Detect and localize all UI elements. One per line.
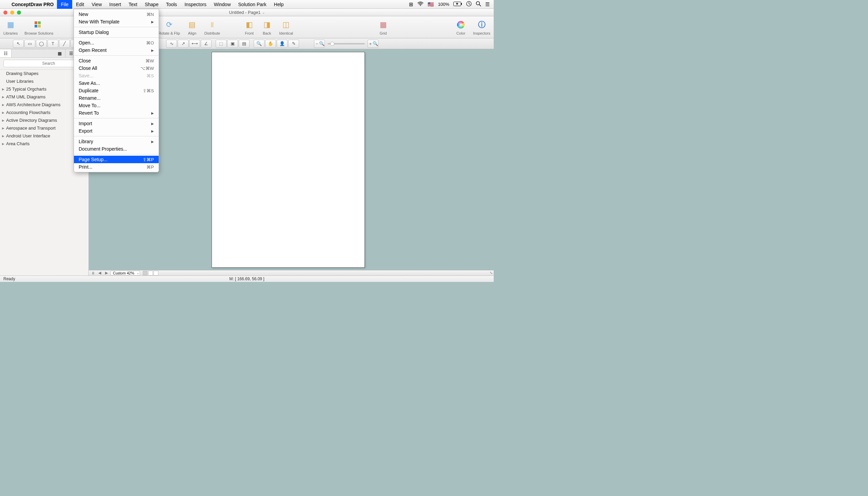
browse-solutions-button[interactable]: Browse Solutions [21,19,57,35]
page-tab-1[interactable] [143,271,147,276]
page-tab-3[interactable] [154,271,158,276]
eyedropper-tool[interactable]: ✎ [288,40,299,48]
zoom-window-button[interactable] [17,11,21,15]
file-menu-item[interactable]: Close⌘W [74,57,159,64]
resize-handle[interactable]: ⤡ [488,271,494,276]
inspectors-button[interactable]: ⓘ Inspectors [470,19,494,35]
dimension-tool[interactable]: ⟷ [189,40,200,48]
distribute-button[interactable]: ⫴ Distribute [201,19,223,35]
minimize-window-button[interactable] [10,11,14,15]
node-tool-1[interactable]: ⬚ [216,40,226,48]
app-menu[interactable]: ConceptDraw PRO [8,2,57,7]
page[interactable] [212,52,365,268]
person-tool[interactable]: 👤 [277,40,288,48]
align-label: Align [188,31,196,35]
pause-button[interactable]: ⏸ [90,271,96,276]
line-tool[interactable]: ╱ [59,40,70,48]
zoom-combo[interactable]: Custom 42% [111,271,140,276]
text-tool[interactable]: T [47,40,58,48]
menu-shape[interactable]: Shape [141,0,162,9]
svg-rect-2 [461,3,462,5]
zoom-tool[interactable]: 🔍 [254,40,264,48]
svg-rect-6 [35,21,37,24]
menu-tools[interactable]: Tools [162,0,181,9]
file-menu-item[interactable]: Print...⌘P [74,163,159,171]
inspectors-label: Inspectors [473,31,490,35]
back-label: Back [263,31,271,35]
close-window-button[interactable] [3,11,7,15]
file-menu-item[interactable]: Revert To [74,109,159,117]
sidebar-tab-grid[interactable]: ▦ [54,49,65,57]
menu-text[interactable]: Text [125,0,141,9]
menu-view[interactable]: View [88,0,106,9]
color-button[interactable]: Color [452,19,470,35]
sidebar-tab-tree[interactable]: ☷ [0,49,12,57]
file-menu-item[interactable]: Close All⌥⌘W [74,64,159,72]
file-menu-item[interactable]: New⌘N [74,11,159,18]
file-menu-item: Save...⌘S [74,72,159,79]
rect-tool[interactable]: ▭ [25,40,35,48]
browse-solutions-icon [34,19,44,30]
file-menu-item[interactable]: Open Recent [74,46,159,54]
angle-tool[interactable]: ∠ [201,40,212,48]
grid-button[interactable]: ▦ Grid [374,19,392,35]
zoom-out-button[interactable]: －🔍 [314,40,325,48]
grid-label: Grid [380,31,387,35]
zoom-in-button[interactable]: ＋🔍 [368,40,379,48]
search-input[interactable] [3,60,85,67]
title-dropdown-icon[interactable]: ⌄ [262,11,265,14]
menu-edit[interactable]: Edit [72,0,88,9]
node-tool-2[interactable]: ▣ [227,40,238,48]
battery-text: 100% [438,2,449,7]
file-menu-item[interactable]: Save As... [74,79,159,87]
pointer-tool[interactable]: ↖ [13,40,24,48]
file-menu-item[interactable]: Move To... [74,102,159,109]
menu-bar: ConceptDraw PRO File Edit View Insert Te… [0,0,494,9]
clock-icon[interactable] [466,1,472,7]
file-menu-item[interactable]: Export [74,127,159,135]
file-menu-item[interactable]: Open...⌘O [74,39,159,46]
identical-button[interactable]: ◫ Identical [276,19,296,35]
zoom-slider[interactable] [327,43,365,44]
file-menu-item[interactable]: New With Template [74,18,159,26]
curve-tool[interactable]: ∿ [166,40,177,48]
battery-icon[interactable] [453,1,462,7]
file-menu-item[interactable]: Import [74,120,159,127]
wifi-icon[interactable] [417,1,423,7]
file-menu-item[interactable]: Duplicate⇧⌘S [74,87,159,94]
layouts-icon[interactable]: ⊞ [409,1,413,7]
align-button[interactable]: ▤ Align [183,19,201,35]
back-button[interactable]: ◨ Back [258,19,276,35]
menu-inspectors[interactable]: Inspectors [181,0,210,9]
file-menu-item[interactable]: Rename... [74,94,159,102]
rotate-flip-button[interactable]: ⟳ Rotate & Flip [155,19,183,35]
svg-rect-9 [38,25,41,28]
front-button[interactable]: ◧ Front [240,19,258,35]
arrow-tool[interactable]: ↗ [178,40,189,48]
status-bar: Ready M: [ 166.69, 56.09 ] [0,276,494,282]
pan-tool[interactable]: ✋ [265,40,276,48]
menu-window[interactable]: Window [210,0,235,9]
menu-help[interactable]: Help [270,0,288,9]
spotlight-icon[interactable] [476,1,481,7]
page-tab-2[interactable] [148,271,153,276]
rotate-icon: ⟳ [164,19,175,30]
identical-label: Identical [279,31,293,35]
menu-insert[interactable]: Insert [106,0,125,9]
svg-rect-7 [38,21,41,24]
file-menu-item[interactable]: Startup Dialog [74,29,159,36]
ellipse-tool[interactable]: ◯ [36,40,47,48]
libraries-button[interactable]: ▦ Libraries [0,19,21,35]
next-page-button[interactable]: ▶ [104,271,109,276]
menu-icon[interactable]: ☰ [485,1,489,7]
menu-solution-park[interactable]: Solution Park [235,0,270,9]
file-menu-item[interactable]: Page Setup...⇧⌘P [74,156,159,163]
file-menu-item[interactable]: Document Properties... [74,145,159,153]
back-icon: ◨ [261,19,272,30]
menu-file[interactable]: File [57,0,72,9]
node-tool-3[interactable]: ▤ [239,40,250,48]
prev-page-button[interactable]: ◀ [97,271,102,276]
flag-icon[interactable]: 🇺🇸 [428,1,434,7]
svg-rect-8 [35,25,37,28]
file-menu-item[interactable]: Library [74,138,159,145]
